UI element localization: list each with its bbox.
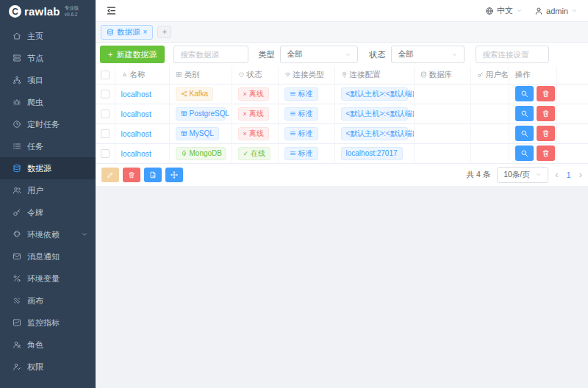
header-filler — [556, 66, 588, 84]
sidebar-item-tasks[interactable]: 任务 — [0, 135, 96, 157]
chevron-down-icon — [345, 51, 351, 58]
trash-icon — [542, 90, 550, 98]
type-filter-select[interactable]: 全部 — [280, 46, 358, 63]
delete-selected-button[interactable] — [123, 168, 140, 182]
home-icon — [12, 32, 21, 40]
sidebar-item-home[interactable]: 主页 — [0, 25, 96, 47]
cell-username — [470, 143, 509, 163]
datasource-name-link[interactable]: localhost — [121, 109, 151, 118]
sidebar-item-users[interactable]: 用户 — [0, 179, 96, 201]
delete-button[interactable] — [537, 146, 555, 161]
brand-name: rawlab — [24, 5, 60, 18]
datasource-name-link[interactable]: localhost — [121, 149, 151, 158]
move-button[interactable] — [165, 168, 183, 182]
sidebar-item-permissions[interactable]: 权限 — [0, 356, 96, 378]
sidebar-item-tokens[interactable]: 令牌 — [0, 201, 96, 223]
sidebar-item-datasources[interactable]: 数据源 — [0, 157, 96, 179]
category-tag: Kafka — [176, 87, 214, 101]
view-button[interactable] — [515, 106, 534, 121]
sidebar-item-notifications[interactable]: 消息通知 — [0, 245, 96, 267]
user-dropdown[interactable]: admin — [534, 7, 578, 15]
delete-button[interactable] — [537, 86, 555, 101]
type-filter-value: 全部 — [287, 49, 302, 60]
table-row: localhost Kafka ×离线 标准 <默认主机>:<默认端口> — [96, 84, 588, 104]
header-database[interactable]: 数据库 — [414, 66, 470, 84]
search-icon — [520, 109, 528, 118]
search-connection-input[interactable] — [476, 46, 549, 63]
bars-icon — [290, 90, 296, 97]
database-icon — [107, 29, 114, 36]
database-icon — [420, 71, 427, 78]
status-tag: ×离线 — [238, 107, 269, 121]
current-page-button[interactable]: 1 — [565, 170, 573, 179]
tab-datasources[interactable]: 数据源 × — [101, 25, 153, 40]
sidebar: C rawlab 专业版v0.6.2 主页 节点 项目 爬虫 定时任务 任务 数… — [0, 0, 96, 388]
conn-type-tag: 标准 — [284, 87, 318, 101]
conn-type-tag: 标准 — [284, 147, 318, 160]
edit-selected-button[interactable] — [101, 168, 119, 182]
sidebar-item-nodes[interactable]: 节点 — [0, 47, 96, 69]
row-checkbox[interactable] — [101, 109, 110, 118]
sidebar-item-label: 角色 — [27, 340, 43, 351]
sidebar-menu: 主页 节点 项目 爬虫 定时任务 任务 数据源 用户 令牌 环境依赖 消息通知 … — [0, 21, 96, 378]
view-button[interactable] — [515, 146, 534, 161]
sidebar-item-label: 画布 — [27, 295, 43, 306]
row-checkbox[interactable] — [101, 90, 110, 98]
header-actions: 操作 — [509, 66, 556, 84]
chevron-down-icon — [571, 7, 578, 14]
prev-page-button[interactable]: ‹ — [555, 169, 558, 180]
page-size-select[interactable]: 10条/页 — [497, 167, 548, 183]
sidebar-item-label: 令牌 — [27, 207, 43, 218]
delete-button[interactable] — [537, 126, 555, 141]
table-row: localhost PostgreSQL ×离线 标准 <默认主机>:<默认端口… — [96, 104, 588, 123]
row-checkbox[interactable] — [101, 129, 110, 138]
delete-button[interactable] — [537, 106, 555, 121]
export-button[interactable] — [144, 168, 162, 182]
header-conn-config[interactable]: 连接配置 — [334, 66, 414, 84]
view-button[interactable] — [515, 86, 534, 101]
search-icon — [520, 149, 528, 157]
sidebar-item-label: 爬虫 — [27, 97, 43, 108]
tab-close-icon[interactable]: × — [143, 28, 148, 36]
search-datasource-input[interactable] — [173, 46, 248, 63]
row-checkbox[interactable] — [101, 149, 110, 158]
pin-icon — [341, 71, 348, 78]
conn-config-tag: <默认主机>:<默认端口> — [341, 87, 408, 101]
sidebar-item-canvas[interactable]: 画布 — [0, 290, 96, 312]
sidebar-item-roles[interactable]: 角色 — [0, 334, 96, 356]
status-filter-select[interactable]: 全部 — [391, 46, 465, 63]
sidebar-item-dependencies[interactable]: 环境依赖 — [0, 223, 96, 245]
status-filter-label: 状态 — [369, 49, 385, 60]
chart-icon — [12, 318, 21, 327]
sidebar-item-schedules[interactable]: 定时任务 — [0, 113, 96, 135]
header-category[interactable]: 类别 — [169, 66, 232, 84]
sidebar-item-metrics[interactable]: 监控指标 — [0, 312, 96, 334]
arrows-move-icon — [171, 171, 178, 179]
add-tab-button[interactable]: + — [157, 26, 171, 38]
trash-icon — [542, 109, 550, 118]
conn-type-tag: 标准 — [284, 107, 318, 121]
conn-config-tag: <默认主机>:<默认端口> — [341, 127, 408, 140]
new-datasource-button[interactable]: + 新建数据源 — [100, 46, 165, 63]
sidebar-item-environment[interactable]: 环境变量 — [0, 267, 96, 290]
next-page-button[interactable]: › — [579, 169, 582, 180]
language-dropdown[interactable]: 中文 — [485, 5, 523, 16]
select-all-checkbox[interactable] — [101, 71, 110, 79]
datasource-name-link[interactable]: localhost — [121, 90, 151, 98]
header-status[interactable]: 状态 — [232, 66, 278, 84]
header-conn-type[interactable]: 连接类型 — [278, 66, 334, 84]
key-icon — [477, 71, 484, 78]
datasource-name-link[interactable]: localhost — [121, 129, 151, 138]
tab-label: 数据源 — [117, 27, 140, 37]
file-export-icon — [149, 171, 157, 179]
header-name[interactable]: 名称 — [115, 66, 169, 84]
sidebar-fold-icon[interactable] — [106, 5, 117, 16]
header-username[interactable]: 用户名 — [470, 66, 509, 84]
sidebar-item-spiders[interactable]: 爬虫 — [0, 91, 96, 113]
trash-icon — [542, 149, 550, 157]
sidebar-item-projects[interactable]: 项目 — [0, 69, 96, 91]
puzzle-icon — [12, 230, 21, 239]
cell-database — [414, 143, 470, 163]
view-button[interactable] — [515, 126, 534, 141]
content-card: + 新建数据源 类型 全部 状态 全部 — [96, 43, 588, 186]
